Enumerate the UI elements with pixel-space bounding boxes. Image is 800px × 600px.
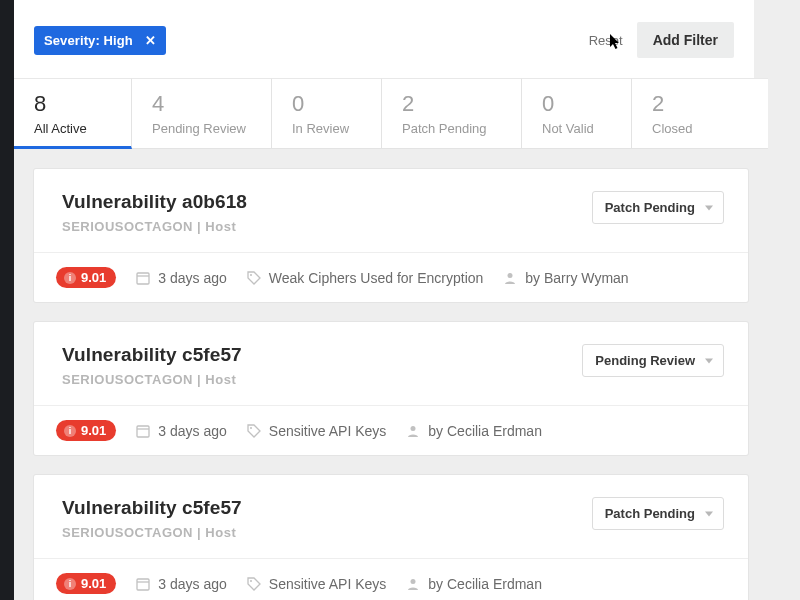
tag-text: Sensitive API Keys: [269, 423, 387, 439]
svg-point-6: [250, 427, 252, 429]
tab-label: Patch Pending: [402, 121, 521, 136]
svg-rect-0: [137, 273, 149, 284]
meta-age: 3 days ago: [136, 576, 227, 592]
vulnerability-card[interactable]: Vulnerability c5fe57 SERIOUSOCTAGON | Ho…: [34, 322, 748, 455]
tab-count: 4: [152, 91, 271, 117]
vuln-subtitle: SERIOUSOCTAGON | Host: [62, 372, 242, 387]
reset-link[interactable]: Reset: [589, 33, 623, 48]
info-icon: i: [64, 578, 76, 590]
age-text: 3 days ago: [158, 270, 227, 286]
svg-rect-8: [137, 579, 149, 590]
vulnerability-card[interactable]: Vulnerability a0b618 SERIOUSOCTAGON | Ho…: [34, 169, 748, 302]
tab-label: Pending Review: [152, 121, 271, 136]
tab-all-active[interactable]: 8 All Active: [14, 78, 132, 149]
meta-age: 3 days ago: [136, 423, 227, 439]
severity-pill: i 9.01: [56, 573, 116, 594]
tab-count: 0: [292, 91, 381, 117]
filter-bar: Severity: High ✕ Reset Add Filter: [14, 0, 754, 78]
meta-author: by Cecilia Erdman: [406, 423, 542, 439]
tab-count: 2: [652, 91, 768, 117]
tab-count: 8: [34, 91, 131, 117]
tab-label: All Active: [34, 121, 131, 136]
author-text: by Barry Wyman: [525, 270, 628, 286]
vuln-subtitle: SERIOUSOCTAGON | Host: [62, 219, 247, 234]
severity-score: 9.01: [81, 576, 106, 591]
meta-author: by Barry Wyman: [503, 270, 628, 286]
vulnerability-list: Vulnerability a0b618 SERIOUSOCTAGON | Ho…: [14, 149, 768, 600]
svg-point-3: [508, 273, 513, 278]
severity-pill: i 9.01: [56, 267, 116, 288]
tag-icon: [247, 577, 261, 591]
tab-count: 2: [402, 91, 521, 117]
svg-point-2: [250, 274, 252, 276]
status-dropdown[interactable]: Patch Pending: [592, 497, 724, 530]
tab-label: Closed: [652, 121, 768, 136]
age-text: 3 days ago: [158, 423, 227, 439]
tab-label: Not Valid: [542, 121, 631, 136]
tab-pending-review[interactable]: 4 Pending Review: [132, 78, 272, 149]
add-filter-button[interactable]: Add Filter: [637, 22, 734, 58]
vuln-subtitle: SERIOUSOCTAGON | Host: [62, 525, 242, 540]
age-text: 3 days ago: [158, 576, 227, 592]
status-dropdown[interactable]: Patch Pending: [592, 191, 724, 224]
svg-rect-4: [137, 426, 149, 437]
svg-point-11: [411, 579, 416, 584]
tag-text: Sensitive API Keys: [269, 576, 387, 592]
svg-point-10: [250, 580, 252, 582]
tag-icon: [247, 424, 261, 438]
vuln-title: Vulnerability a0b618: [62, 191, 247, 213]
severity-score: 9.01: [81, 270, 106, 285]
calendar-icon: [136, 271, 150, 285]
filter-chip-severity[interactable]: Severity: High ✕: [34, 26, 166, 55]
calendar-icon: [136, 577, 150, 591]
meta-tag: Sensitive API Keys: [247, 423, 387, 439]
severity-pill: i 9.01: [56, 420, 116, 441]
content-area: Severity: High ✕ Reset Add Filter 8 All …: [14, 0, 800, 600]
vuln-title: Vulnerability c5fe57: [62, 344, 242, 366]
tag-text: Weak Ciphers Used for Encryption: [269, 270, 484, 286]
status-tabs: 8 All Active 4 Pending Review 0 In Revie…: [14, 78, 768, 149]
vulnerability-card[interactable]: Vulnerability c5fe57 SERIOUSOCTAGON | Ho…: [34, 475, 748, 600]
user-icon: [406, 424, 420, 438]
meta-tag: Weak Ciphers Used for Encryption: [247, 270, 484, 286]
sidebar-stub: [0, 0, 14, 600]
meta-age: 3 days ago: [136, 270, 227, 286]
tab-patch-pending[interactable]: 2 Patch Pending: [382, 78, 522, 149]
svg-point-7: [411, 426, 416, 431]
tab-label: In Review: [292, 121, 381, 136]
user-icon: [503, 271, 517, 285]
status-dropdown-label: Pending Review: [595, 353, 695, 368]
meta-tag: Sensitive API Keys: [247, 576, 387, 592]
author-text: by Cecilia Erdman: [428, 576, 542, 592]
status-dropdown-label: Patch Pending: [605, 506, 695, 521]
filter-chip-label: Severity: High: [44, 33, 133, 48]
status-dropdown[interactable]: Pending Review: [582, 344, 724, 377]
calendar-icon: [136, 424, 150, 438]
filter-chip-remove-icon[interactable]: ✕: [145, 33, 156, 48]
tab-in-review[interactable]: 0 In Review: [272, 78, 382, 149]
tab-closed[interactable]: 2 Closed: [632, 78, 768, 149]
severity-score: 9.01: [81, 423, 106, 438]
user-icon: [406, 577, 420, 591]
status-dropdown-label: Patch Pending: [605, 200, 695, 215]
author-text: by Cecilia Erdman: [428, 423, 542, 439]
meta-author: by Cecilia Erdman: [406, 576, 542, 592]
tab-count: 0: [542, 91, 631, 117]
vuln-title: Vulnerability c5fe57: [62, 497, 242, 519]
info-icon: i: [64, 425, 76, 437]
info-icon: i: [64, 272, 76, 284]
tab-not-valid[interactable]: 0 Not Valid: [522, 78, 632, 149]
tag-icon: [247, 271, 261, 285]
